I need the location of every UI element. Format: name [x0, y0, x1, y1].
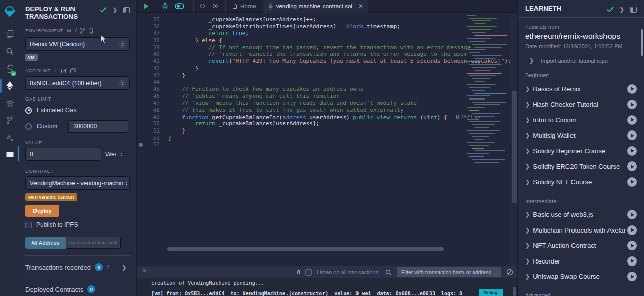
collapse-panel-icon[interactable]: ❯ [620, 6, 624, 13]
code-line-47[interactable]: 47 // 'view' means this function only re… [137, 100, 517, 107]
ai-assistant-robot-icon[interactable] [158, 0, 172, 13]
code-line-52[interactable]: 52} [137, 135, 517, 142]
tutorial-item[interactable]: ❯Hash Checker Tutorial [525, 97, 637, 113]
expand-terminal-icon[interactable]: » [141, 269, 149, 276]
gutter-margin[interactable] [137, 37, 145, 44]
code-text[interactable]: // 'revert' cancels the transaction and … [160, 51, 467, 58]
pin-panel-icon[interactable] [123, 7, 130, 13]
learneth-book-icon[interactable] [0, 146, 19, 163]
tutorial-item[interactable]: ❯Basics of Remix [525, 81, 637, 97]
gutter-margin[interactable] [137, 51, 145, 58]
code-line-41[interactable]: 41 revert("HTTP 429: Too Many Cupcakes (… [137, 58, 517, 65]
tutorial-item[interactable]: ❯NFT Auction Contract [525, 238, 637, 254]
gutter-margin[interactable] [137, 107, 145, 114]
deploy-run-icon[interactable] [0, 77, 19, 94]
tutorial-play-button[interactable] [627, 100, 637, 109]
environment-select[interactable]: Remix VM (Cancun) ▲▼ [25, 37, 130, 51]
code-text[interactable] [160, 141, 168, 148]
at-address-button[interactable]: At Address [25, 237, 66, 249]
terminal-scrollbar[interactable] [513, 287, 516, 296]
tutorial-play-button[interactable] [627, 177, 637, 187]
editor-minimap[interactable] [467, 15, 510, 177]
code-text[interactable]: } [160, 135, 172, 142]
account-select[interactable]: 0x5B3...eddC4 (100 ether) ▲▼ [25, 76, 130, 90]
search-icon[interactable] [0, 43, 19, 60]
estimated-gas-radio[interactable] [25, 107, 32, 114]
code-text[interactable]: revert("HTTP 429: Too Many Cupcakes (you… [160, 58, 511, 65]
code-line-50[interactable]: 50 return _cupcakeBalances[userAddress]; [137, 120, 517, 127]
edit-account-icon[interactable] [61, 68, 67, 73]
pin-panel-icon[interactable] [630, 7, 637, 13]
settings-icon[interactable] [0, 129, 19, 146]
code-line-45[interactable]: 45 // Function to check how many cupcake… [137, 86, 517, 93]
code-area[interactable]: 35 _cupcakeBalances[userAddress]++;36 _c… [137, 13, 517, 266]
file-explorer-icon[interactable] [0, 25, 19, 43]
transaction-filter-input[interactable] [397, 267, 501, 277]
code-text[interactable]: _cupcakeBalances[userAddress]++; [160, 16, 316, 23]
code-text[interactable]: // Function to check how many cupcakes a… [160, 86, 363, 93]
tutorial-item[interactable]: ❯Solidity ERC20 Token Course [525, 159, 637, 175]
code-line-49[interactable]: 49 function getCupcakeBalanceFor(address… [137, 114, 517, 121]
tutorial-play-button[interactable] [627, 256, 637, 266]
tutorial-item[interactable]: ❯Solidity NFT Course [525, 174, 637, 190]
tutorial-play-button[interactable] [627, 210, 637, 219]
solidity-compiler-icon[interactable] [0, 60, 19, 77]
clear-console-icon[interactable] [506, 269, 513, 276]
transactions-expand-icon[interactable]: ❯ [122, 264, 126, 271]
tutorial-item[interactable]: ❯Basic use of web3.js [525, 207, 637, 223]
editor-vertical-scrollbar[interactable] [511, 13, 517, 266]
git-branch-icon[interactable] [0, 112, 19, 129]
tutorial-item[interactable]: ❯Solidity Beginner Course [525, 143, 637, 159]
gutter-margin[interactable] [137, 127, 145, 135]
gutter-margin[interactable] [137, 23, 145, 30]
tutorial-play-button[interactable] [627, 115, 637, 125]
code-text[interactable]: } else { [160, 37, 222, 44]
gutter-margin[interactable] [137, 30, 145, 37]
breakpoint-dot[interactable] [137, 141, 145, 148]
transactions-info-icon[interactable]: i [107, 264, 109, 271]
tutorial-item[interactable]: ❯Intro to Circom [525, 112, 637, 128]
code-text[interactable]: function getCupcakeBalanceFor(address us… [160, 114, 483, 121]
code-text[interactable]: } [160, 127, 185, 135]
gutter-margin[interactable] [137, 58, 145, 65]
ai-toggle-icon[interactable] [172, 0, 187, 13]
code-text[interactable]: } [160, 72, 185, 79]
tutorial-play-button[interactable] [627, 146, 637, 156]
code-line-44[interactable]: 44 [137, 79, 517, 86]
trash-icon[interactable] [89, 28, 94, 34]
code-text[interactable]: // 'view' means this function only reads… [160, 100, 417, 107]
tutorial-play-button[interactable] [627, 84, 637, 94]
deployed-contracts-row[interactable]: Deployed Contracts 0 [25, 278, 130, 293]
code-line-39[interactable]: 39 // If not enough time has passed, rev… [137, 44, 517, 51]
remix-logo-icon[interactable] [0, 3, 19, 20]
custom-gas-radio[interactable] [25, 123, 32, 130]
terminal-search-icon[interactable] [385, 269, 392, 276]
deploy-button[interactable]: Deploy [25, 205, 59, 217]
contract-select[interactable]: VendingMachine - vending-machin ▲▼ [25, 176, 130, 190]
code-text[interactable]: return true; [160, 30, 249, 37]
code-text[interactable]: return _cupcakeBalances[userAddress]; [160, 120, 319, 127]
code-line-51[interactable]: 51 } [137, 127, 517, 135]
code-text[interactable] [160, 79, 168, 86]
code-line-46[interactable]: 46 // 'public' means anyone can call thi… [137, 93, 517, 100]
code-text[interactable]: } [160, 65, 199, 72]
publish-ipfs-checkbox[interactable] [25, 222, 32, 228]
close-tab-icon[interactable]: ✕ [358, 3, 363, 10]
gutter-margin[interactable] [137, 86, 145, 93]
terminal-output[interactable]: creation of VendingMachine pending... [v… [137, 278, 517, 296]
collapse-panel-icon[interactable]: ❯ [113, 7, 117, 13]
code-text[interactable]: _cupcakeDistributionTimes[userAddress] =… [160, 23, 400, 30]
tutorial-play-button[interactable] [627, 161, 637, 171]
code-text[interactable]: // 'public' means anyone can call this f… [160, 93, 340, 100]
tutorial-play-button[interactable] [627, 225, 637, 235]
environment-info-icon[interactable]: i [75, 27, 77, 35]
run-script-icon[interactable] [140, 0, 152, 13]
code-editor[interactable]: Home vending-machine-contract.sol ✕ 35 _… [137, 0, 517, 266]
home-tab[interactable]: Home [229, 0, 259, 13]
tutorial-play-button[interactable] [627, 272, 637, 281]
debugger-icon[interactable] [0, 94, 19, 112]
copy-account-icon[interactable] [70, 68, 76, 73]
gutter-margin[interactable] [137, 135, 145, 142]
import-tutorial-repo[interactable]: ❯ Import another tutorial repo [525, 57, 637, 64]
editor-horizontal-scrollbar[interactable] [167, 247, 444, 251]
